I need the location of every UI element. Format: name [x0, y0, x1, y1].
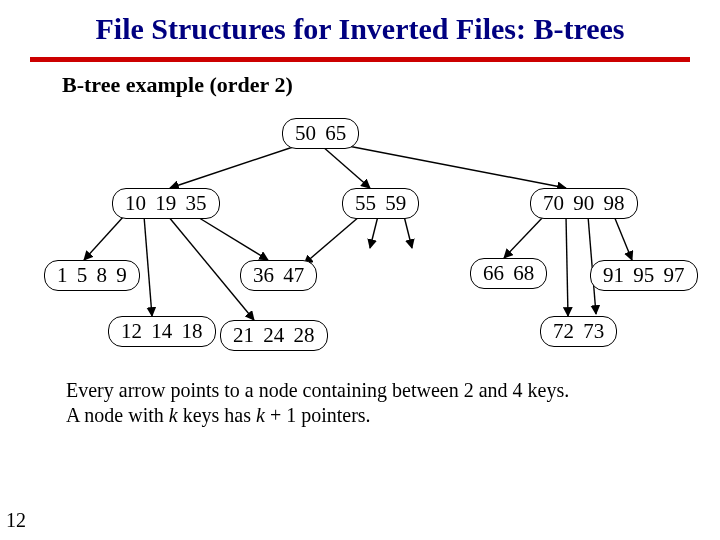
leaf-12-14-18: 12 14 18 — [108, 316, 216, 347]
caption-line2-pre: A node with — [66, 404, 169, 426]
svg-line-3 — [84, 216, 124, 260]
svg-line-9 — [404, 216, 412, 248]
leaf-36-47: 36 47 — [240, 260, 317, 291]
svg-line-7 — [304, 216, 360, 264]
slide-title: File Structures for Inverted Files: B-tr… — [0, 0, 720, 53]
slide-subtitle: B-tree example (order 2) — [0, 72, 720, 98]
leaf-66-68: 66 68 — [470, 258, 547, 289]
svg-line-13 — [614, 216, 632, 260]
node-70-90-98: 70 90 98 — [530, 188, 638, 219]
caption-line2-mid: keys has — [178, 404, 256, 426]
svg-line-2 — [348, 146, 566, 188]
btree-diagram: 50 65 10 19 35 55 59 70 90 98 1 5 8 9 36… — [0, 98, 720, 368]
caption-line1: Every arrow points to a node containing … — [66, 379, 569, 401]
caption: Every arrow points to a node containing … — [0, 368, 720, 428]
svg-line-0 — [170, 146, 296, 188]
node-10-19-35: 10 19 35 — [112, 188, 220, 219]
caption-k2: k — [256, 404, 265, 426]
caption-k1: k — [169, 404, 178, 426]
svg-line-1 — [322, 146, 370, 188]
svg-line-8 — [370, 216, 378, 248]
svg-line-11 — [566, 216, 568, 316]
svg-line-10 — [504, 216, 544, 258]
leaf-72-73: 72 73 — [540, 316, 617, 347]
svg-line-6 — [196, 216, 268, 260]
svg-line-4 — [144, 216, 152, 316]
page-number: 12 — [6, 509, 26, 532]
leaf-1-5-8-9: 1 5 8 9 — [44, 260, 140, 291]
node-root: 50 65 — [282, 118, 359, 149]
leaf-91-95-97: 91 95 97 — [590, 260, 698, 291]
node-55-59: 55 59 — [342, 188, 419, 219]
caption-line2-post: + 1 pointers. — [265, 404, 371, 426]
leaf-21-24-28: 21 24 28 — [220, 320, 328, 351]
title-underline — [30, 57, 690, 62]
